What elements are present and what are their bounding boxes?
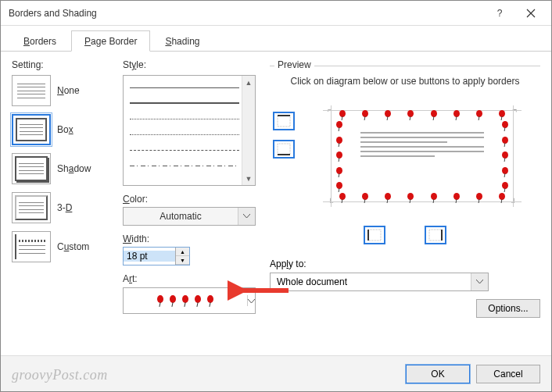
setting-label: Setting:	[12, 59, 115, 70]
options-row: Options...	[270, 299, 540, 318]
preview-bottom-buttons	[270, 226, 540, 244]
setting-box-icon	[12, 114, 51, 145]
setting-3d-icon	[12, 192, 51, 223]
borders-shading-dialog: Borders and Shading ? Borders Page Borde…	[0, 0, 552, 392]
border-left-button[interactable]	[364, 226, 385, 244]
document-lines-icon	[360, 132, 484, 157]
width-spinner[interactable]: 18 pt ▲ ▼	[123, 247, 190, 265]
chevron-down-icon	[247, 295, 255, 306]
preview-group: Preview Click on diagram below or use bu…	[270, 66, 540, 318]
setting-custom-label: Custom	[57, 241, 89, 252]
width-value[interactable]: 18 pt	[124, 251, 175, 262]
svg-rect-2	[278, 144, 290, 155]
page-preview[interactable]: ⌐ ¬ └ ┘	[304, 98, 540, 215]
options-button[interactable]: Options...	[476, 299, 540, 318]
scroll-up-icon[interactable]: ▲	[243, 76, 255, 89]
style-column: Style: ▲ ▼ Color: Automatic W	[123, 59, 262, 355]
setting-none[interactable]: None	[12, 75, 115, 106]
help-button[interactable]: ?	[484, 2, 515, 24]
setting-shadow-icon	[12, 153, 51, 184]
svg-rect-0	[278, 116, 290, 127]
balloon-icon	[206, 295, 214, 306]
setting-3d-label: 3-D	[57, 202, 72, 213]
tab-borders[interactable]: Borders	[10, 30, 70, 51]
setting-box[interactable]: Box	[12, 114, 115, 145]
dialog-footer: OK Cancel	[1, 355, 551, 391]
close-button[interactable]	[515, 2, 547, 24]
setting-none-icon	[12, 75, 51, 106]
color-label: Color:	[123, 194, 262, 205]
art-label: Art:	[123, 273, 262, 284]
window-title: Borders and Shading	[9, 8, 484, 19]
cancel-button[interactable]: Cancel	[476, 365, 540, 383]
style-scrollbar[interactable]: ▲ ▼	[242, 76, 255, 185]
border-bottom-button[interactable]	[273, 140, 295, 159]
art-dropdown[interactable]	[123, 287, 256, 314]
titlebar: Borders and Shading ?	[1, 1, 551, 26]
setting-custom[interactable]: Custom	[12, 231, 115, 262]
balloon-icon	[169, 295, 177, 306]
setting-column: Setting: None Box Shadow	[12, 59, 115, 355]
width-label: Width:	[123, 233, 262, 244]
balloon-icon	[156, 295, 164, 306]
apply-to-value: Whole document	[271, 276, 471, 287]
setting-custom-icon	[12, 231, 51, 262]
style-listbox[interactable]: ▲ ▼	[123, 75, 256, 186]
border-right-button[interactable]	[425, 226, 446, 244]
setting-none-label: None	[57, 85, 80, 96]
width-spinner-buttons: ▲ ▼	[175, 248, 189, 265]
tab-strip: Borders Page Border Shading	[1, 26, 551, 52]
tab-page-border[interactable]: Page Border	[71, 30, 150, 52]
apply-to-label: Apply to:	[270, 258, 540, 269]
preview-left-buttons	[270, 98, 298, 215]
scroll-down-icon[interactable]: ▼	[243, 172, 255, 185]
setting-shadow-label: Shadow	[57, 163, 91, 174]
border-top-button[interactable]	[273, 112, 295, 130]
width-up-button[interactable]: ▲	[176, 248, 189, 256]
preview-area: ⌐ ¬ └ ┘	[270, 98, 540, 215]
balloon-icon	[181, 295, 189, 306]
svg-rect-4	[368, 230, 381, 241]
svg-rect-6	[429, 230, 442, 241]
setting-shadow[interactable]: Shadow	[12, 153, 115, 184]
preview-hint: Click on diagram below or use buttons to…	[273, 76, 537, 87]
balloon-icon	[194, 295, 202, 306]
dialog-body: Setting: None Box Shadow	[1, 52, 551, 355]
chevron-down-icon	[238, 208, 255, 225]
style-label: Style:	[123, 59, 262, 70]
corner-mark: ┘	[511, 198, 517, 207]
art-preview	[124, 295, 247, 306]
apply-to-row: Apply to: Whole document	[270, 258, 540, 291]
preview-column: Preview Click on diagram below or use bu…	[270, 59, 540, 355]
ok-button[interactable]: OK	[406, 365, 470, 383]
setting-3d[interactable]: 3-D	[12, 192, 115, 223]
color-value: Automatic	[124, 211, 238, 222]
preview-legend: Preview	[274, 59, 314, 70]
color-dropdown[interactable]: Automatic	[123, 207, 256, 226]
chevron-down-icon	[471, 273, 488, 290]
tab-shading[interactable]: Shading	[152, 30, 213, 51]
width-down-button[interactable]: ▼	[176, 256, 189, 265]
apply-to-dropdown[interactable]: Whole document	[270, 273, 489, 291]
setting-box-label: Box	[57, 124, 73, 135]
